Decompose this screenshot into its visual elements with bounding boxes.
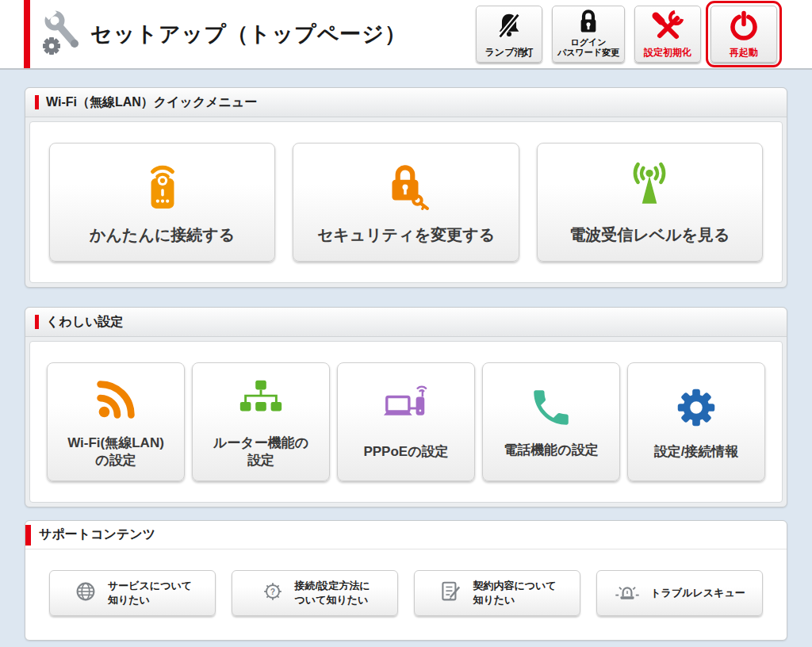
router-function-button[interactable]: ルーター機能の 設定 — [192, 362, 330, 481]
reboot-button[interactable]: 再起動 — [710, 6, 777, 63]
section-marker — [25, 525, 31, 546]
sitemap-icon — [236, 374, 285, 427]
section-marker — [35, 315, 39, 329]
signal-level-label: 電波受信レベルを見る — [569, 224, 730, 246]
lamp-off-label: ランプ消灯 — [485, 47, 534, 58]
settings-init-button[interactable]: 設定初期化 — [634, 6, 701, 63]
settings-body: Wi-Fi(無線LAN) の設定 — [29, 341, 783, 503]
trouble-rescue-label: トラブルレスキュー — [650, 586, 745, 600]
contract-info-button[interactable]: 契約内容について 知りたい — [414, 570, 580, 616]
pppoe-settings-label: PPPoEの設定 — [363, 443, 448, 461]
quick-menu-title: Wi-Fi（無線LAN）クイックメニュー — [46, 94, 257, 111]
gear-question-icon: ? — [260, 579, 285, 607]
signal-level-button[interactable]: 電波受信レベルを見る — [537, 143, 763, 262]
svg-text:?: ? — [270, 588, 274, 596]
section-marker — [35, 95, 39, 109]
header-accent-bar — [24, 0, 30, 68]
settings-title: くわしい設定 — [46, 314, 124, 331]
quick-menu-header: Wi-Fi（無線LAN）クイックメニュー — [25, 88, 787, 117]
gear-icon — [672, 383, 721, 435]
antenna-signal-icon — [623, 159, 676, 215]
service-info-label: サービスについて — [108, 579, 192, 593]
wifi-settings-button[interactable]: Wi-Fi(無線LAN) の設定 — [47, 362, 185, 481]
page-header: セットアップ（トップページ） ランプ消灯 — [0, 0, 812, 70]
settings-header: くわしい設定 — [25, 308, 787, 337]
siren-icon — [614, 579, 641, 607]
config-info-button[interactable]: 設定/接続情報 — [627, 362, 765, 481]
quick-connect-label: かんたんに接続する — [90, 224, 235, 246]
support-section: サポートコンテンツ サービスについて 知りたい — [25, 520, 787, 641]
pppoe-settings-button[interactable]: PPPoEの設定 — [337, 362, 475, 481]
service-info-button[interactable]: サービスについて 知りたい — [49, 570, 216, 616]
document-edit-icon — [438, 579, 463, 607]
support-body: サービスについて 知りたい — [25, 549, 787, 640]
globe-icon — [73, 579, 98, 607]
page-title: セットアップ（トップページ） — [90, 20, 407, 48]
change-security-label: セキュリティを変更する — [317, 224, 495, 246]
reboot-label: 再起動 — [730, 47, 758, 58]
settings-init-label: 設定初期化 — [644, 47, 691, 58]
phone-settings-button[interactable]: 電話機能の設定 — [482, 362, 620, 481]
login-password-label: ログイン — [557, 37, 619, 48]
config-info-label: 設定/接続情報 — [654, 443, 739, 461]
support-title: サポートコンテンツ — [39, 526, 155, 543]
bell-off-icon — [494, 6, 524, 47]
wifi-settings-label: Wi-Fi(無線LAN) — [67, 435, 164, 452]
laptop-router-icon — [381, 383, 431, 435]
quick-menu-section: Wi-Fi（無線LAN）クイックメニュー — [25, 87, 787, 288]
header-utility-buttons: ランプ消灯 ログイン パスワード変更 — [476, 6, 777, 63]
wifi-icon — [91, 374, 140, 427]
power-icon — [728, 6, 760, 47]
router-function-label: ルーター機能の — [213, 435, 308, 452]
lamp-off-button[interactable]: ランプ消灯 — [476, 6, 542, 63]
support-header: サポートコンテンツ — [25, 521, 787, 549]
contract-info-label: 契約内容について — [473, 579, 556, 593]
settings-section: くわしい設定 Wi-Fi(無線LAN) の設定 — [25, 307, 787, 507]
connection-guide-label: 接続/設定方法に — [295, 579, 370, 593]
wrench-gear-icon — [41, 10, 82, 58]
router-wps-icon — [136, 159, 189, 215]
quick-connect-button[interactable]: かんたんに接続する — [49, 143, 275, 262]
login-password-change-button[interactable]: ログイン パスワード変更 — [552, 6, 625, 63]
lock-key-icon — [380, 159, 432, 215]
tools-icon — [652, 6, 684, 47]
trouble-rescue-button[interactable]: トラブルレスキュー — [596, 570, 763, 616]
lock-icon — [575, 6, 602, 37]
phone-settings-label: 電話機能の設定 — [504, 442, 598, 459]
phone-icon — [528, 385, 574, 434]
change-security-button[interactable]: セキュリティを変更する — [293, 143, 519, 262]
quick-menu-body: かんたんに接続する セキュリティを変更する — [29, 121, 783, 283]
connection-guide-button[interactable]: ? 接続/設定方法に ついて知りたい — [232, 570, 398, 616]
